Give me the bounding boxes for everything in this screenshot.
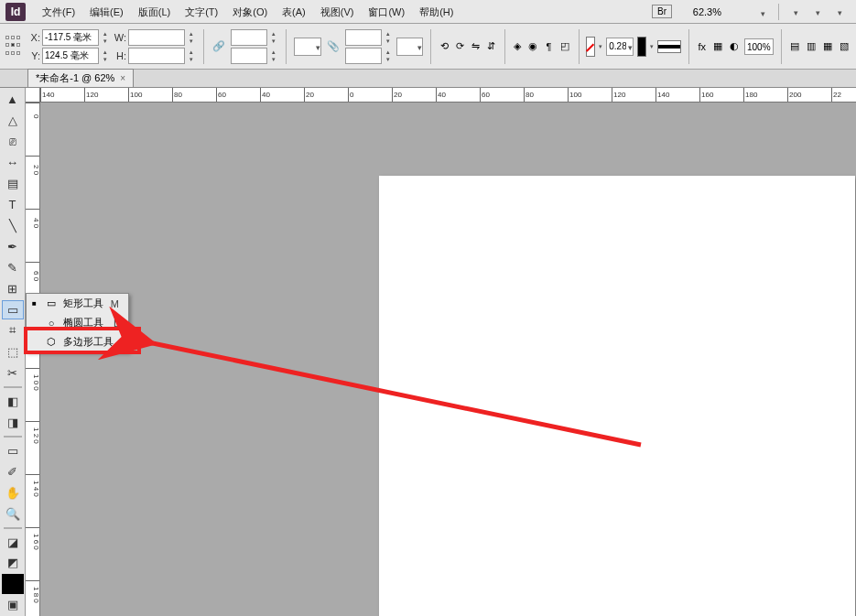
- clip-icon[interactable]: 📎: [326, 37, 341, 57]
- y-spinner[interactable]: ▴▾: [101, 49, 110, 63]
- y-label: Y:: [27, 50, 40, 61]
- pen-tool[interactable]: ✒: [2, 237, 24, 257]
- text-wrap-icon[interactable]: ▧: [839, 37, 850, 57]
- menu-table[interactable]: 表(A): [275, 1, 313, 23]
- rectangle-tool[interactable]: ▭: [2, 300, 24, 320]
- menu-type[interactable]: 文字(T): [178, 1, 225, 23]
- flyout-polygon-tool[interactable]: ⬡ 多边形工具: [27, 332, 128, 351]
- fx-icon[interactable]: fx: [697, 37, 707, 57]
- menu-window[interactable]: 窗口(W): [361, 1, 412, 23]
- para-style-combo[interactable]: [396, 38, 424, 56]
- page-tool[interactable]: ⎚: [2, 132, 24, 152]
- link-wh-icon[interactable]: 🔗: [211, 37, 226, 57]
- zoom-tool[interactable]: 🔍: [2, 503, 24, 524]
- gap-tool[interactable]: ↔: [2, 153, 24, 173]
- opacity-icon[interactable]: ◐: [729, 37, 740, 57]
- w-spinner[interactable]: ▴▾: [187, 30, 196, 45]
- stroke-dd[interactable]: ▾: [650, 43, 654, 50]
- scissors-tool[interactable]: ✂: [2, 362, 24, 383]
- shape-tool-flyout: ■ ▭ 矩形工具 M ○ 椭圆工具 L ⬡ 多边形工具: [26, 293, 129, 352]
- ruler-origin[interactable]: [26, 88, 40, 103]
- hand-tool[interactable]: ✋: [2, 482, 24, 503]
- align-center-icon[interactable]: ▥: [806, 37, 817, 57]
- scale-y-input[interactable]: [231, 48, 267, 64]
- selection-tool[interactable]: ▲: [2, 90, 24, 110]
- ruler-tick: 140: [656, 88, 669, 102]
- direct-selection-tool[interactable]: △: [2, 111, 24, 131]
- menu-file[interactable]: 文件(F): [35, 1, 82, 23]
- rotate-input[interactable]: [345, 29, 382, 46]
- fill-swatch[interactable]: [586, 37, 595, 57]
- align-right-icon[interactable]: ▦: [822, 37, 833, 57]
- y-input[interactable]: [42, 48, 99, 64]
- zoom-dropdown[interactable]: 62.3%: [679, 6, 767, 17]
- align-left-icon[interactable]: ▤: [789, 37, 800, 57]
- close-icon[interactable]: ×: [120, 73, 125, 83]
- gradient-swatch-tool[interactable]: ◧: [2, 391, 24, 411]
- free-transform-tool[interactable]: ⬚: [2, 341, 24, 362]
- stroke-swatch[interactable]: [637, 37, 646, 57]
- ellipse-icon: ○: [45, 317, 58, 330]
- gradient-feather-tool[interactable]: ◨: [2, 412, 24, 432]
- scale-x-input[interactable]: [231, 29, 267, 46]
- fill-dd[interactable]: ▾: [599, 43, 602, 50]
- pencil-tool[interactable]: ✎: [2, 258, 24, 278]
- menu-layout[interactable]: 版面(L): [131, 1, 178, 23]
- char-style-combo[interactable]: [294, 38, 321, 56]
- document-tab[interactable]: *未命名-1 @ 62% ×: [27, 69, 134, 87]
- view-mode[interactable]: ▣: [2, 595, 24, 615]
- w-input[interactable]: [128, 29, 185, 46]
- document-page[interactable]: [379, 176, 855, 616]
- reference-point-grid[interactable]: [5, 36, 20, 58]
- stroke-weight-combo[interactable]: [606, 38, 634, 56]
- fill-stroke-toggle[interactable]: ◪: [2, 532, 24, 552]
- type-tool[interactable]: T: [2, 195, 24, 215]
- h-input[interactable]: [128, 48, 185, 64]
- drop-shadow-icon[interactable]: ▦: [712, 37, 723, 57]
- eyedropper-tool[interactable]: ✐: [2, 461, 24, 481]
- shortcut-label: L: [114, 318, 119, 329]
- stroke-style[interactable]: [657, 40, 681, 53]
- wrap-icon[interactable]: ¶: [544, 37, 553, 57]
- screen-mode-icon[interactable]: [786, 2, 806, 22]
- ruler-tick: 6 0: [26, 262, 39, 289]
- x-spinner[interactable]: ▴▾: [101, 30, 110, 45]
- menu-view[interactable]: 视图(V): [313, 1, 362, 23]
- select-container-icon[interactable]: ◈: [513, 37, 522, 57]
- content-collector-tool[interactable]: ▤: [2, 174, 24, 194]
- rotate-cw-icon[interactable]: ⟳: [455, 37, 465, 57]
- x-label: X:: [27, 32, 40, 43]
- default-fill-stroke[interactable]: ◩: [2, 553, 24, 573]
- x-input[interactable]: [42, 29, 99, 46]
- toolbox: ▲ △ ⎚ ↔ ▤ T ╲ ✒ ✎ ⊞ ▭ ⌗ ⬚ ✂ ◧ ◨ ▭ ✐ ✋ 🔍 …: [0, 88, 26, 616]
- rotate-ccw-icon[interactable]: ⟲: [439, 37, 450, 57]
- menu-object[interactable]: 对象(O): [225, 1, 275, 23]
- flip-v-icon[interactable]: ⇵: [486, 37, 496, 57]
- menu-edit[interactable]: 编辑(E): [82, 1, 131, 23]
- flyout-rectangle-tool[interactable]: ■ ▭ 矩形工具 M: [27, 294, 128, 313]
- horizontal-ruler[interactable]: 1401201008060402002040608010012014016018…: [40, 88, 856, 103]
- rectangle-frame-tool[interactable]: ⊞: [2, 279, 24, 299]
- h-spinner[interactable]: ▴▾: [187, 49, 196, 63]
- opacity-input[interactable]: 100%: [744, 38, 774, 55]
- flip-h-icon[interactable]: ⇋: [471, 37, 481, 57]
- bridge-badge[interactable]: Br: [652, 5, 672, 18]
- bullet-icon: ■: [32, 299, 39, 308]
- chevron-down-icon: [723, 7, 767, 16]
- scale-x-spinner[interactable]: ▴▾: [269, 30, 278, 45]
- scale-y-spinner[interactable]: ▴▾: [269, 49, 278, 63]
- select-content-icon[interactable]: ◉: [527, 37, 538, 57]
- pasteboard[interactable]: [40, 103, 856, 616]
- apply-color[interactable]: [2, 574, 24, 594]
- corner-icon[interactable]: ◰: [559, 37, 570, 57]
- workspace-icon[interactable]: [829, 2, 850, 22]
- arrange-docs-icon[interactable]: [807, 2, 828, 22]
- flyout-ellipse-tool[interactable]: ○ 椭圆工具 L: [27, 313, 128, 332]
- ruler-tick: 22: [831, 88, 841, 102]
- menu-help[interactable]: 帮助(H): [412, 1, 461, 23]
- line-tool[interactable]: ╲: [2, 216, 24, 236]
- note-tool[interactable]: ▭: [2, 440, 24, 460]
- shear-input[interactable]: [345, 48, 382, 64]
- vertical-ruler[interactable]: 02 04 06 08 01 0 01 2 01 4 01 6 01 8 0: [26, 103, 40, 616]
- transform-tool[interactable]: ⌗: [2, 320, 24, 340]
